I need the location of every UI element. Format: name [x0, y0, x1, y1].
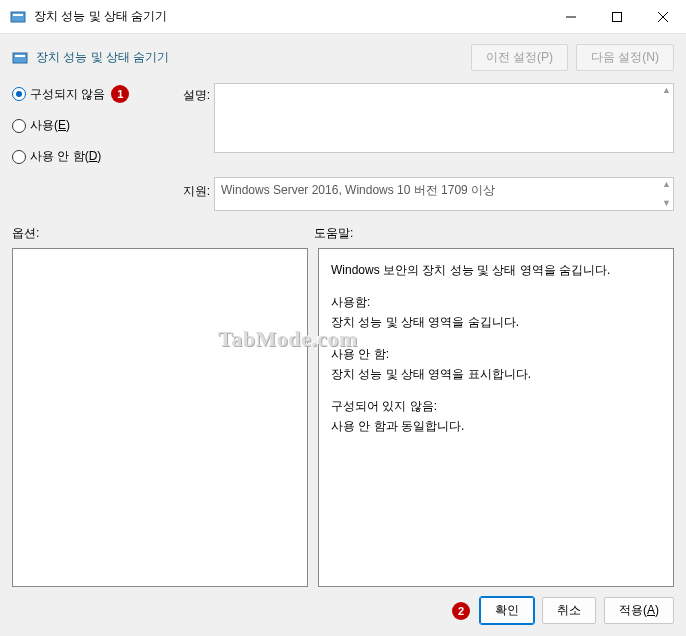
svg-rect-1 [13, 14, 23, 16]
title-bar: 장치 성능 및 상태 숨기기 [0, 0, 686, 34]
header-row: 장치 성능 및 상태 숨기기 이전 설정(P) 다음 설정(N) [12, 44, 674, 71]
next-setting-button[interactable]: 다음 설정(N) [576, 44, 674, 71]
radio-disabled[interactable]: 사용 안 함(D) [12, 148, 162, 165]
options-panel [12, 248, 308, 587]
maximize-button[interactable] [594, 0, 640, 33]
annotation-badge-1: 1 [111, 85, 129, 103]
svg-rect-0 [11, 12, 25, 22]
policy-icon [12, 50, 28, 66]
previous-setting-button[interactable]: 이전 설정(P) [471, 44, 568, 71]
help-text: Windows 보안의 장치 성능 및 상태 영역을 숨깁니다. 사용함: 장치… [331, 261, 661, 435]
close-button[interactable] [640, 0, 686, 33]
radio-icon [12, 119, 26, 133]
dialog-footer: 2 확인 취소 적용(A) [12, 587, 674, 624]
policy-title: 장치 성능 및 상태 숨기기 [36, 49, 169, 66]
help-label: 도움말: [314, 225, 353, 242]
supported-on-text: Windows Server 2016, Windows 10 버전 1709 … [221, 183, 495, 197]
cancel-button[interactable]: 취소 [542, 597, 596, 624]
scroll-down-icon: ▼ [662, 199, 671, 208]
options-label: 옵션: [12, 225, 314, 242]
scroll-up-icon: ▲ [662, 180, 671, 189]
window-controls [548, 0, 686, 33]
description-textbox[interactable]: ▲ [214, 83, 674, 153]
minimize-button[interactable] [548, 0, 594, 33]
scroll-up-icon: ▲ [662, 86, 671, 95]
svg-rect-6 [13, 53, 27, 63]
radio-icon [12, 87, 26, 101]
apply-button[interactable]: 적용(A) [604, 597, 674, 624]
radio-enabled[interactable]: 사용(E) [12, 117, 162, 134]
svg-rect-3 [613, 12, 622, 21]
supported-on-textbox: Windows Server 2016, Windows 10 버전 1709 … [214, 177, 674, 211]
window-title: 장치 성능 및 상태 숨기기 [34, 8, 548, 25]
svg-rect-7 [15, 55, 25, 57]
radio-label: 사용(E) [30, 117, 70, 134]
radio-label: 구성되지 않음 [30, 86, 105, 103]
app-icon [10, 9, 26, 25]
annotation-badge-2: 2 [452, 602, 470, 620]
radio-label: 사용 안 함(D) [30, 148, 101, 165]
description-label: 설명: [166, 83, 210, 104]
ok-button[interactable]: 확인 [480, 597, 534, 624]
radio-icon [12, 150, 26, 164]
dialog-content: 장치 성능 및 상태 숨기기 이전 설정(P) 다음 설정(N) 구성되지 않음… [0, 34, 686, 636]
help-panel: Windows 보안의 장치 성능 및 상태 영역을 숨깁니다. 사용함: 장치… [318, 248, 674, 587]
supported-on-label: 지원: [166, 177, 210, 200]
radio-not-configured[interactable]: 구성되지 않음 1 [12, 85, 162, 103]
